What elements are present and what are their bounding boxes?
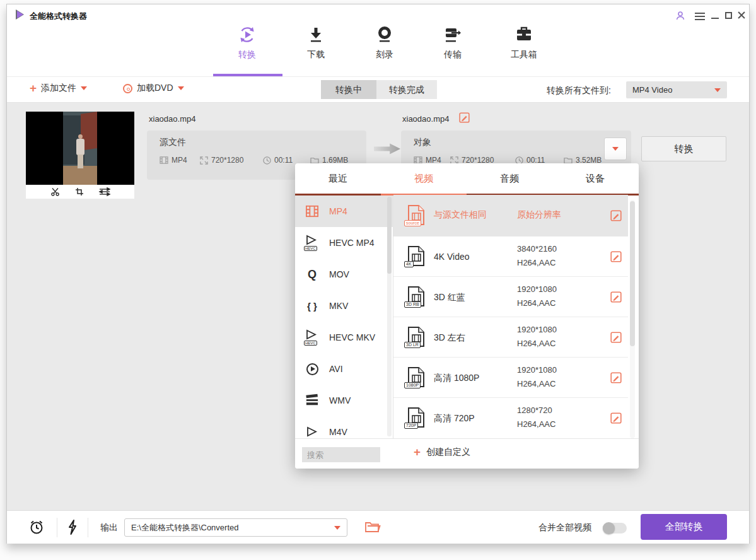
clip-toolbar <box>26 185 134 199</box>
edit-preset-icon[interactable] <box>610 251 622 265</box>
popup-tab-video[interactable]: 视频 <box>381 163 467 194</box>
maximize-button[interactable] <box>723 11 734 21</box>
app-logo-icon <box>16 9 24 20</box>
tab-transfer[interactable]: 传输 <box>427 25 479 61</box>
toolbar: + 添加文件 加载DVD 转换中 转换完成 转换所有文件到: MP4 Video <box>7 77 749 103</box>
close-button[interactable] <box>736 10 747 20</box>
edit-preset-icon[interactable] <box>610 210 622 224</box>
search-input[interactable] <box>302 447 380 462</box>
edit-preset-icon[interactable] <box>610 332 622 346</box>
chevron-down-icon <box>334 526 340 530</box>
effects-icon[interactable] <box>99 187 110 196</box>
preset-doc-icon: 1080P <box>406 366 426 388</box>
performance-icon[interactable] <box>67 520 78 537</box>
chevron-down-icon[interactable] <box>81 86 87 90</box>
plus-icon: + <box>414 448 421 457</box>
create-custom-label: 创建自定义 <box>426 446 470 458</box>
screen: 全能格式转换器 转换 下载 <box>0 0 756 560</box>
source-format: MP4 <box>160 156 200 165</box>
add-files-label: 添加文件 <box>41 83 76 94</box>
tab-download-label: 下载 <box>307 49 325 59</box>
source-doc-icon: source <box>406 204 426 226</box>
tab-burn[interactable]: 刻录 <box>359 25 410 61</box>
add-files-button[interactable]: + 添加文件 <box>30 83 87 94</box>
popup-tab-recent[interactable]: 最近 <box>295 163 381 194</box>
tab-toolbox[interactable]: 工具箱 <box>498 25 550 61</box>
video-preview-image <box>26 112 134 185</box>
clock-icon <box>263 156 271 165</box>
preset-doc-icon: 4K <box>406 245 426 267</box>
clapperboard-icon <box>304 394 320 407</box>
popup-footer: + 创建自定义 <box>295 438 639 469</box>
output-format-select[interactable]: MP4 Video <box>626 81 727 98</box>
menu-icon[interactable] <box>694 11 706 21</box>
edit-preset-icon[interactable] <box>610 291 622 305</box>
matroska-icon: { } <box>304 301 320 312</box>
app-title: 全能格式转换器 <box>30 11 87 22</box>
format-item-mp4[interactable]: MP4 <box>295 195 393 227</box>
tab-converting[interactable]: 转换中 <box>321 80 376 99</box>
format-item-mkv[interactable]: { } MKV <box>295 290 393 322</box>
divider <box>88 518 88 537</box>
trim-icon[interactable] <box>50 187 60 196</box>
divider <box>57 518 57 537</box>
film-icon <box>160 156 168 164</box>
crop-icon[interactable] <box>75 187 84 196</box>
popup-tab-audio[interactable]: 音频 <box>467 163 552 194</box>
preset-doc-icon: 3D LR <box>406 326 426 347</box>
convert-icon <box>221 25 273 46</box>
format-item-hevc-mp4[interactable]: HEVC HEVC MP4 <box>295 227 393 259</box>
preset-doc-icon: 3D RB <box>406 286 426 307</box>
preset-doc-icon: 720P <box>406 407 426 428</box>
tab-burn-label: 刻录 <box>376 49 393 59</box>
target-panel-title: 对象 <box>414 137 431 148</box>
merge-videos-toggle[interactable] <box>603 523 627 534</box>
source-resolution: 720*1280 <box>200 156 263 165</box>
preset-3d-red-blue[interactable]: 3D RB 3D 红蓝 1920*1080 H264,AAC <box>393 277 628 317</box>
minimize-button[interactable] <box>709 11 721 21</box>
format-list-scrollbar[interactable] <box>387 197 392 436</box>
merge-videos-label: 合并全部视频 <box>538 522 591 534</box>
open-folder-icon[interactable] <box>365 520 380 535</box>
target-file-name: xiaodao.mp4 <box>402 114 449 124</box>
avi-play-icon <box>304 363 320 375</box>
popup-tab-device[interactable]: 设备 <box>552 163 638 194</box>
tab-toolbox-label: 工具箱 <box>511 49 537 59</box>
chevron-down-icon[interactable] <box>178 86 184 90</box>
preset-hd-720p[interactable]: 720P 高清 720P 1280*720 H264,AAC <box>393 398 628 438</box>
dvd-icon <box>123 84 132 93</box>
convert-all-button[interactable]: 全部转换 <box>641 514 727 540</box>
format-item-hevc-mkv[interactable]: HEVC HEVC MKV <box>295 322 393 353</box>
load-dvd-button[interactable]: 加载DVD <box>123 83 184 94</box>
format-item-mov[interactable]: Q MOV <box>295 259 393 290</box>
format-item-avi[interactable]: AVI <box>295 353 393 385</box>
target-format-dropdown-button[interactable] <box>604 137 627 160</box>
preset-same-as-source[interactable]: source 与源文件相同 原始分辨率 <box>393 195 628 236</box>
convert-button[interactable]: 转换 <box>641 136 726 161</box>
tab-convert[interactable]: 转换 <box>221 25 273 61</box>
quicktime-icon: Q <box>304 268 320 281</box>
output-path-select[interactable]: E:\全能格式转换器\Converted <box>124 518 347 537</box>
schedule-icon[interactable] <box>28 519 45 538</box>
format-item-m4v[interactable]: M4V <box>295 416 393 438</box>
tab-download[interactable]: 下载 <box>290 25 342 61</box>
create-custom-button[interactable]: + 创建自定义 <box>414 446 470 458</box>
tab-converted[interactable]: 转换完成 <box>376 80 437 99</box>
target-info-panel: 对象 MP4 720*1280 00:11 3.52MB <box>401 131 631 167</box>
edit-preset-icon[interactable] <box>610 372 622 386</box>
account-icon[interactable] <box>675 11 687 21</box>
video-thumbnail <box>26 112 134 199</box>
tab-convert-label: 转换 <box>238 49 256 59</box>
preset-hd-1080p[interactable]: 1080P 高清 1080P 1920*1080 H264,AAC <box>393 358 628 398</box>
toolbox-icon <box>498 25 550 46</box>
edit-preset-icon[interactable] <box>610 412 622 426</box>
mp4-film-icon <box>304 205 320 218</box>
preset-list-scrollbar[interactable] <box>630 200 635 438</box>
transfer-icon <box>427 25 479 46</box>
format-item-wmv[interactable]: WMV <box>295 385 393 416</box>
plus-icon: + <box>30 84 37 93</box>
preset-3d-left-right[interactable]: 3D LR 3D 左右 1920*1080 H264,AAC <box>393 317 628 358</box>
preset-4k-video[interactable]: 4K 4K Video 3840*2160 H264,AAC <box>393 236 628 277</box>
rename-icon[interactable] <box>459 112 470 125</box>
burn-disc-icon <box>359 25 410 46</box>
